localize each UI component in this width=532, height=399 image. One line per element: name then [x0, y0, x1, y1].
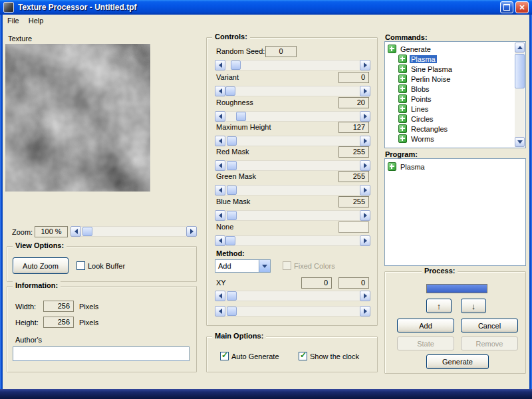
- slider-track[interactable]: [225, 210, 360, 221]
- slider-track[interactable]: [225, 306, 360, 317]
- green-mask-value: 255: [338, 171, 369, 182]
- slider-left-arrow-icon[interactable]: [215, 185, 225, 196]
- generate-button[interactable]: Generate: [426, 354, 489, 369]
- auto-zoom-button[interactable]: Auto Zoom: [13, 257, 68, 274]
- none-slider[interactable]: [215, 235, 370, 246]
- show-clock-checkbox[interactable]: [299, 352, 307, 360]
- method-combobox[interactable]: Add: [215, 259, 271, 273]
- slider-track[interactable]: [225, 235, 360, 246]
- width-label: Width:: [15, 303, 36, 311]
- blue-mask-label: Blue Mask: [216, 198, 250, 205]
- slider-right-arrow-icon[interactable]: [360, 291, 370, 301]
- slider-left-arrow-icon[interactable]: [215, 306, 225, 317]
- tree-item-lines[interactable]: Lines: [385, 104, 525, 114]
- height-value: 256: [43, 317, 74, 328]
- slider-left-arrow-icon[interactable]: [215, 111, 225, 122]
- program-item-plasma[interactable]: Plasma: [385, 162, 525, 172]
- author-input[interactable]: [13, 346, 190, 361]
- tree-item-label: Circles: [410, 115, 435, 123]
- move-down-button[interactable]: ↓: [461, 299, 486, 313]
- blue-mask-slider[interactable]: [215, 210, 370, 221]
- tree-item-blobs[interactable]: Blobs: [385, 84, 525, 94]
- look-buffer-checkbox[interactable]: [76, 261, 85, 270]
- random-seed-slider[interactable]: [215, 60, 370, 70]
- remove-button: Remove: [461, 336, 518, 350]
- close-button[interactable]: ✕: [515, 1, 529, 13]
- tree-item-circles[interactable]: Circles: [385, 114, 525, 124]
- cancel-button[interactable]: Cancel: [461, 319, 518, 332]
- xy-y-slider[interactable]: [215, 306, 370, 317]
- slider-thumb[interactable]: [225, 86, 235, 96]
- slider-thumb[interactable]: [225, 236, 235, 245]
- slider-track[interactable]: [225, 60, 360, 70]
- slider-left-arrow-icon[interactable]: [215, 86, 225, 96]
- slider-thumb[interactable]: [231, 61, 241, 70]
- tree-item-label: Rectangles: [410, 125, 449, 133]
- tree-item-rectangles[interactable]: Rectangles: [385, 124, 525, 134]
- slider-thumb[interactable]: [227, 136, 237, 146]
- slider-track[interactable]: [225, 185, 360, 196]
- title-bar[interactable]: Texture Processor - Untitled.tpf ✕: [0, 0, 532, 15]
- slider-right-arrow-icon[interactable]: [360, 136, 370, 146]
- combo-dropdown-button[interactable]: [259, 260, 270, 272]
- zoom-slider-left-arrow-icon[interactable]: [70, 226, 81, 237]
- slider-right-arrow-icon[interactable]: [360, 60, 370, 70]
- slider-right-arrow-icon[interactable]: [360, 185, 370, 196]
- tree-item-plasma[interactable]: Plasma: [385, 54, 525, 64]
- slider-thumb[interactable]: [227, 211, 237, 220]
- tree-item-perlin-noise[interactable]: Perlin Noise: [385, 74, 525, 84]
- slider-left-arrow-icon[interactable]: [215, 60, 225, 70]
- tree-plus-icon: [398, 74, 407, 83]
- roughness-slider[interactable]: [215, 111, 370, 122]
- maximum-height-slider[interactable]: [215, 136, 370, 146]
- tree-item-worms[interactable]: Worms: [385, 134, 525, 144]
- maximize-button[interactable]: [500, 1, 513, 13]
- tree-item-generate[interactable]: Generate: [385, 44, 525, 54]
- move-up-button[interactable]: ↑: [426, 299, 452, 313]
- slider-track[interactable]: [225, 160, 360, 171]
- scroll-down-arrow-icon[interactable]: [515, 137, 525, 147]
- red-mask-slider[interactable]: [215, 160, 370, 171]
- slider-left-arrow-icon[interactable]: [215, 291, 225, 301]
- slider-thumb[interactable]: [227, 307, 237, 316]
- slider-left-arrow-icon[interactable]: [215, 235, 225, 246]
- zoom-slider[interactable]: [70, 226, 197, 237]
- slider-thumb[interactable]: [227, 161, 237, 170]
- menu-help[interactable]: Help: [24, 15, 49, 26]
- process-progress-bar: [426, 284, 487, 293]
- menu-file[interactable]: File: [3, 15, 24, 26]
- slider-right-arrow-icon[interactable]: [360, 160, 370, 171]
- slider-track[interactable]: [225, 291, 360, 301]
- tree-item-points[interactable]: Points: [385, 94, 525, 104]
- slider-right-arrow-icon[interactable]: [360, 210, 370, 221]
- slider-right-arrow-icon[interactable]: [360, 111, 370, 122]
- menu-bar: File Help: [3, 15, 529, 27]
- slider-thumb[interactable]: [227, 186, 237, 195]
- zoom-slider-track[interactable]: [81, 226, 186, 237]
- slider-thumb[interactable]: [236, 112, 246, 121]
- auto-generate-checkbox[interactable]: [220, 352, 229, 360]
- xy-x-value: 0: [301, 277, 332, 289]
- zoom-slider-thumb[interactable]: [82, 227, 92, 236]
- slider-left-arrow-icon[interactable]: [215, 136, 225, 146]
- xy-x-slider[interactable]: [215, 291, 370, 301]
- slider-left-arrow-icon[interactable]: [215, 160, 225, 171]
- add-button[interactable]: Add: [397, 319, 454, 332]
- scroll-track[interactable]: [515, 53, 525, 137]
- scroll-up-arrow-icon[interactable]: [515, 43, 525, 53]
- green-mask-slider[interactable]: [215, 185, 370, 196]
- variant-slider[interactable]: [215, 86, 370, 96]
- slider-track[interactable]: [225, 86, 360, 96]
- slider-track[interactable]: [225, 111, 360, 122]
- tree-scrollbar[interactable]: [515, 43, 525, 147]
- slider-thumb[interactable]: [227, 291, 237, 301]
- scroll-thumb[interactable]: [515, 54, 525, 88]
- slider-right-arrow-icon[interactable]: [360, 235, 370, 246]
- tree-item-sine-plasma[interactable]: Sine Plasma: [385, 64, 525, 74]
- slider-right-arrow-icon[interactable]: [360, 86, 370, 96]
- zoom-slider-right-arrow-icon[interactable]: [186, 226, 197, 237]
- slider-right-arrow-icon[interactable]: [360, 306, 370, 317]
- maximum-height-value: 127: [338, 122, 369, 133]
- slider-left-arrow-icon[interactable]: [215, 210, 225, 221]
- slider-track[interactable]: [225, 136, 360, 146]
